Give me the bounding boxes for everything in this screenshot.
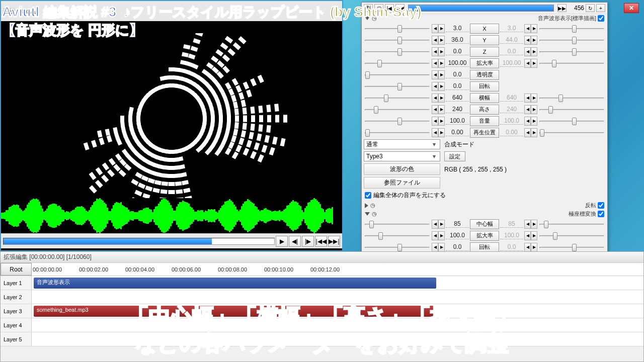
inc-button[interactable]: ▶	[438, 220, 445, 229]
last-frame-button[interactable]: ▶▶|	[328, 236, 340, 247]
slider-right[interactable]	[538, 231, 605, 240]
param-button-Y[interactable]: Y	[470, 35, 499, 45]
settings-button[interactable]: 設定	[444, 151, 465, 161]
inc-button[interactable]: ▶	[531, 47, 537, 56]
value-right[interactable]: 0.0	[500, 48, 523, 55]
value-left[interactable]: 0.0	[446, 48, 469, 55]
dec-button[interactable]: ◀	[524, 47, 531, 56]
inc-button[interactable]: ▶	[438, 94, 445, 103]
dec-button[interactable]: ◀	[524, 36, 531, 45]
file-ref-button[interactable]: 参照ファイル	[364, 177, 440, 189]
value-right[interactable]: 240	[500, 106, 523, 113]
slider-left[interactable]	[364, 117, 431, 126]
slider-left[interactable]	[364, 82, 431, 91]
frame-position-bar[interactable]	[408, 5, 554, 12]
value-left[interactable]: 3.0	[446, 25, 469, 32]
dec-button[interactable]: ◀	[432, 70, 438, 79]
dec-button[interactable]: ◀	[432, 47, 438, 56]
param-button-拡大率[interactable]: 拡大率	[470, 231, 499, 241]
dec-button[interactable]: ◀	[524, 94, 531, 103]
dec-button[interactable]: ◀	[432, 117, 438, 126]
next-frame-button[interactable]: |▶	[302, 236, 314, 247]
slider-right[interactable]	[538, 105, 605, 114]
slider-left[interactable]	[364, 94, 431, 103]
dec-button[interactable]: ◀	[524, 220, 531, 229]
dec-button[interactable]: ◀	[524, 243, 531, 252]
value-left[interactable]: 85	[446, 220, 469, 228]
dec-button[interactable]: ◀	[524, 105, 531, 114]
slider-left[interactable]	[364, 70, 431, 79]
root-button[interactable]: Root	[1, 263, 32, 276]
value-right[interactable]: 100.0	[500, 117, 523, 125]
video-clip[interactable]: 音声波形表示	[34, 278, 436, 289]
dec-button[interactable]: ◀	[432, 105, 438, 114]
param-button-横幅[interactable]: 横幅	[470, 93, 499, 103]
value-right[interactable]: 100.00	[500, 59, 523, 67]
layer-label[interactable]: Layer 2	[1, 290, 32, 304]
value-right[interactable]: 44.0	[500, 36, 523, 44]
dec-button[interactable]: ◀	[432, 220, 438, 229]
inc-button[interactable]: ▶	[531, 105, 537, 114]
slider-right[interactable]	[538, 36, 605, 45]
dec-button[interactable]: ◀	[432, 36, 438, 45]
value-left[interactable]: 100.00	[446, 59, 469, 67]
value-right[interactable]: 3.0	[500, 25, 523, 32]
dec-button[interactable]: ◀	[432, 59, 438, 68]
dec-button[interactable]: ◀	[432, 128, 438, 137]
inc-button[interactable]: ▶	[438, 47, 445, 56]
inc-button[interactable]: ▶	[531, 128, 537, 137]
inc-button[interactable]: ▶	[531, 94, 537, 103]
param-button-中心幅[interactable]: 中心幅	[470, 219, 499, 229]
dec-button[interactable]: ◀	[524, 231, 531, 240]
collapse-arrow-icon[interactable]	[365, 203, 368, 208]
value-left[interactable]: 0.00	[446, 129, 469, 136]
layer-track[interactable]: 音声波形表示	[32, 276, 643, 290]
inc-button[interactable]: ▶	[531, 59, 537, 68]
slider-left[interactable]	[364, 243, 431, 252]
expand-arrow-icon[interactable]	[365, 212, 370, 216]
close-button[interactable]: ✕	[624, 3, 639, 13]
first-frame-button[interactable]: |◀◀	[315, 236, 327, 247]
dec-button[interactable]: ◀	[524, 117, 531, 126]
slider-right[interactable]	[538, 243, 605, 252]
slider-right[interactable]	[538, 117, 605, 126]
slider-right[interactable]	[538, 47, 605, 56]
dec-button[interactable]: ◀	[432, 231, 438, 240]
slider-right[interactable]	[538, 94, 605, 103]
inc-button[interactable]: ▶	[438, 243, 445, 252]
polar-checkbox[interactable]	[598, 211, 604, 217]
value-right[interactable]: 85	[500, 220, 523, 228]
slider-right[interactable]	[538, 24, 605, 33]
slider-left[interactable]	[364, 105, 431, 114]
value-right[interactable]: 0.0	[500, 243, 523, 251]
blend-mode-dropdown[interactable]: 通常▾	[364, 139, 440, 149]
seek-next-button[interactable]: ▶▶	[557, 4, 567, 12]
slider-right[interactable]	[538, 220, 605, 229]
inc-button[interactable]: ▶	[531, 24, 537, 33]
slider-left[interactable]	[364, 128, 431, 137]
inc-button[interactable]: ▶	[531, 117, 537, 126]
flip-checkbox[interactable]	[598, 202, 604, 209]
param-button-拡大率[interactable]: 拡大率	[470, 58, 499, 68]
inc-button[interactable]: ▶	[438, 117, 445, 126]
prev-frame-button[interactable]: ◀|	[289, 236, 301, 247]
dec-button[interactable]: ◀	[432, 24, 438, 33]
wave-color-button[interactable]: 波形の色	[364, 163, 440, 175]
value-right[interactable]: 100.0	[500, 232, 523, 239]
dec-button[interactable]: ◀	[432, 243, 438, 252]
param-button-再生位置[interactable]: 再生位置	[470, 128, 499, 138]
value-right[interactable]: 640	[500, 94, 523, 102]
param-button-Z[interactable]: Z	[470, 47, 499, 57]
dec-button[interactable]: ◀	[432, 94, 438, 103]
play-button[interactable]: ▶	[276, 236, 288, 247]
plus-button[interactable]: +	[596, 4, 605, 12]
value-left[interactable]: 0.0	[446, 82, 469, 90]
inc-button[interactable]: ▶	[438, 36, 445, 45]
type-dropdown[interactable]: Type3▾	[364, 151, 440, 161]
progress-bar[interactable]	[3, 238, 275, 245]
param-button-X[interactable]: X	[470, 24, 499, 34]
inc-button[interactable]: ▶	[438, 231, 445, 240]
slider-right[interactable]	[538, 59, 605, 68]
slider-left[interactable]	[364, 47, 431, 56]
value-left[interactable]: 0.0	[446, 243, 469, 251]
